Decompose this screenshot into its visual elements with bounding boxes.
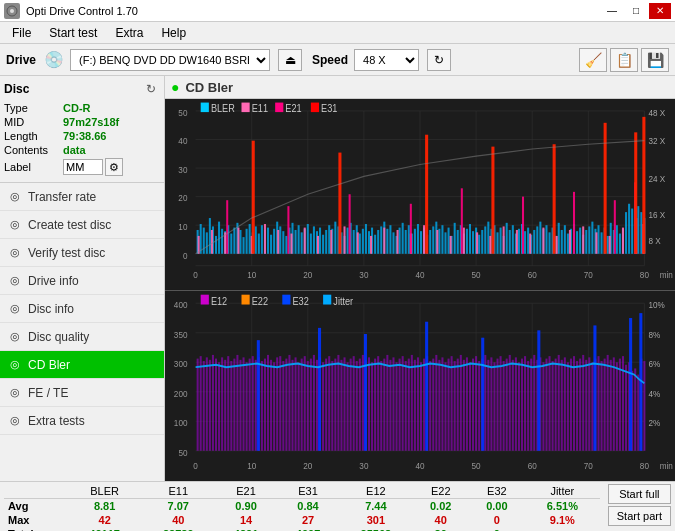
svg-rect-58 — [230, 234, 232, 254]
label-input[interactable] — [63, 159, 103, 175]
svg-rect-340 — [350, 358, 352, 450]
menu-extra[interactable]: Extra — [107, 24, 151, 42]
svg-rect-220 — [542, 228, 544, 254]
svg-rect-442 — [537, 330, 540, 450]
svg-text:10: 10 — [247, 460, 256, 471]
sidebar-item-disc-quality[interactable]: ◎ Disc quality — [0, 323, 164, 351]
svg-rect-410 — [564, 357, 566, 450]
svg-rect-304 — [239, 359, 241, 450]
svg-rect-206 — [357, 232, 359, 253]
svg-rect-404 — [545, 358, 547, 450]
svg-rect-408 — [558, 354, 560, 450]
svg-text:40: 40 — [415, 460, 424, 471]
svg-rect-392 — [509, 354, 511, 450]
sidebar-item-disc-info[interactable]: ◎ Disc info — [0, 295, 164, 323]
svg-text:Jitter: Jitter — [333, 294, 353, 306]
svg-rect-189 — [631, 209, 633, 254]
start-part-button[interactable]: Start part — [608, 506, 671, 526]
chart-header: ● CD Bler — [165, 76, 675, 99]
svg-rect-53 — [215, 236, 217, 254]
svg-rect-113 — [399, 228, 401, 254]
label-gear-button[interactable]: ⚙ — [105, 158, 123, 176]
stat-max-e22: 40 — [413, 513, 469, 527]
contents-value: data — [63, 144, 86, 156]
svg-rect-114 — [402, 223, 404, 254]
svg-rect-353 — [389, 359, 391, 450]
svg-rect-386 — [490, 357, 492, 450]
stat-total-e31: 4007 — [277, 527, 339, 531]
sidebar-item-create-test-disc[interactable]: ◎ Create test disc — [0, 211, 164, 239]
svg-rect-199 — [264, 224, 266, 254]
svg-rect-225 — [609, 236, 611, 254]
content-area: ● CD Bler — [165, 76, 675, 481]
svg-rect-349 — [377, 356, 379, 451]
stat-avg-e12: 7.44 — [339, 499, 413, 514]
sidebar-item-cd-bler[interactable]: ◎ CD Bler — [0, 351, 164, 379]
svg-rect-55 — [221, 229, 223, 254]
disc-refresh-button[interactable]: ↻ — [142, 80, 160, 98]
svg-rect-302 — [233, 358, 235, 450]
svg-rect-419 — [591, 362, 593, 450]
sidebar-item-drive-info[interactable]: ◎ Drive info — [0, 267, 164, 295]
svg-rect-354 — [392, 357, 394, 450]
svg-rect-306 — [246, 362, 248, 450]
close-button[interactable]: ✕ — [649, 3, 671, 19]
svg-rect-311 — [261, 361, 263, 451]
sidebar-item-label: CD Bler — [28, 358, 70, 372]
svg-rect-79 — [295, 230, 297, 254]
svg-rect-243 — [604, 123, 607, 254]
svg-rect-166 — [561, 230, 563, 254]
start-full-button[interactable]: Start full — [608, 484, 671, 504]
svg-rect-375 — [457, 358, 459, 450]
sidebar-item-extra-tests[interactable]: ◎ Extra tests — [0, 407, 164, 435]
svg-text:16 X: 16 X — [648, 209, 665, 220]
svg-rect-312 — [264, 358, 266, 450]
svg-rect-83 — [307, 224, 309, 254]
svg-rect-89 — [325, 230, 327, 254]
svg-rect-129 — [448, 228, 450, 254]
save-button[interactable]: 💾 — [641, 48, 669, 72]
stat-avg-e21: 0.90 — [215, 499, 277, 514]
menu-help[interactable]: Help — [153, 24, 194, 42]
minimize-button[interactable]: — — [601, 3, 623, 19]
svg-rect-444 — [629, 318, 632, 451]
svg-text:40: 40 — [178, 136, 187, 147]
svg-rect-48 — [200, 224, 202, 254]
svg-rect-366 — [429, 361, 431, 451]
sidebar-item-verify-test-disc[interactable]: ◎ Verify test disc — [0, 239, 164, 267]
charts-container: BLER E11 E21 E31 50 40 30 20 10 0 0 — [165, 99, 675, 481]
speed-select[interactable]: 48 X — [354, 49, 419, 71]
sidebar-item-fe-te[interactable]: ◎ FE / TE — [0, 379, 164, 407]
svg-rect-229 — [226, 200, 228, 254]
svg-rect-207 — [370, 236, 372, 254]
refresh-speed-button[interactable]: ↻ — [427, 49, 451, 71]
svg-rect-139 — [478, 235, 480, 254]
svg-rect-157 — [533, 230, 535, 254]
sidebar-item-transfer-rate[interactable]: ◎ Transfer rate — [0, 183, 164, 211]
svg-rect-127 — [441, 225, 443, 254]
svg-text:24 X: 24 X — [648, 174, 665, 185]
stat-total-jitter — [525, 527, 600, 531]
drive-select[interactable]: (F:) BENQ DVD DD DW1640 BSRB — [70, 49, 270, 71]
svg-rect-50 — [206, 232, 208, 253]
svg-rect-219 — [529, 234, 531, 254]
svg-rect-191 — [637, 206, 639, 254]
erase-button[interactable]: 🧹 — [579, 48, 607, 72]
menu-file[interactable]: File — [4, 24, 39, 42]
svg-rect-367 — [432, 358, 434, 450]
svg-rect-187 — [625, 212, 627, 254]
drive-label: Drive — [6, 53, 36, 67]
svg-rect-76 — [285, 236, 287, 254]
start-buttons: Start full Start part — [608, 484, 671, 526]
copy-button[interactable]: 📋 — [610, 48, 638, 72]
type-value: CD-R — [63, 102, 91, 114]
svg-rect-267 — [323, 294, 331, 304]
menu-start-test[interactable]: Start test — [41, 24, 105, 42]
svg-rect-360 — [411, 354, 413, 450]
disc-info-icon: ◎ — [8, 302, 22, 316]
eject-button[interactable]: ⏏ — [278, 49, 302, 71]
svg-rect-321 — [291, 359, 293, 450]
svg-rect-417 — [585, 359, 587, 450]
svg-rect-54 — [218, 222, 220, 254]
maximize-button[interactable]: □ — [625, 3, 647, 19]
